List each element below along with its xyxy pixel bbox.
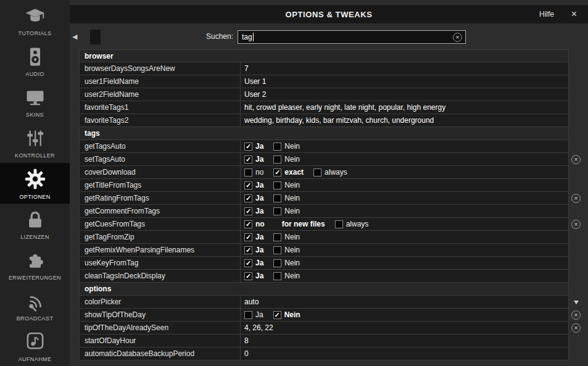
checkbox-ja[interactable]: ✓: [244, 272, 252, 280]
record-icon: [24, 331, 46, 353]
setting-value-getRemixWhenParsingFilenames: ✓JaNein: [241, 244, 569, 257]
checkbox-ja[interactable]: [244, 311, 252, 319]
row-gutter: [569, 335, 583, 347]
setting-value-colorPicker[interactable]: auto: [241, 296, 569, 309]
sidebar-item-tutorials[interactable]: TUTORIALS: [0, 0, 70, 41]
sidebar-item-erweiterungen[interactable]: ERWEITERUNGEN: [0, 244, 70, 285]
row-gutter: [569, 166, 583, 179]
sidebar-item-lizenzen[interactable]: LIZENZEN: [0, 204, 70, 244]
close-icon[interactable]: ×: [571, 9, 577, 19]
option-label: Nein: [284, 310, 300, 319]
checkbox-nein[interactable]: [273, 259, 281, 267]
checkbox-nein[interactable]: [273, 207, 281, 215]
setting-name: getCuesFromTags: [79, 218, 241, 231]
option-label: Nein: [284, 181, 300, 189]
checkbox-ja[interactable]: ✓: [244, 207, 252, 215]
setting-value-text: auto: [244, 297, 259, 306]
setting-value-coverDownload: no✓exactalways: [241, 166, 569, 179]
checkbox-ja[interactable]: ✓: [244, 194, 252, 202]
checkbox-nein[interactable]: [273, 272, 281, 280]
checkbox-nein[interactable]: [273, 246, 281, 254]
section-header-options: options: [79, 283, 569, 296]
setting-value-tipOfTheDayAlreadySeen[interactable]: 4, 26, 22: [241, 322, 569, 335]
checkbox-ja[interactable]: ✓: [244, 233, 252, 241]
search-input[interactable]: tag ×: [238, 30, 466, 44]
sidebar-item-optionen[interactable]: OPTIONEN: [0, 163, 70, 204]
setting-row-getRemixWhenParsingFilenames: getRemixWhenParsingFilenames✓JaNein: [79, 244, 583, 257]
option-label: Nein: [284, 194, 300, 202]
virtualdj-settings-window: TUTORIALSAUDIOSKINSKONTROLLEROPTIONENLIZ…: [0, 0, 588, 366]
setting-name: user1FieldName: [79, 75, 241, 88]
setting-row-getTagsAuto: getTagsAuto✓JaNein: [79, 140, 583, 153]
checkbox-ja[interactable]: ✓: [244, 181, 252, 189]
setting-row-coverDownload: coverDownloadno✓exactalways: [79, 166, 583, 179]
setting-value-favoriteTags1[interactable]: hit, crowd pleaser, early night, late ni…: [241, 101, 569, 114]
checkbox-ja[interactable]: ✓: [244, 156, 252, 164]
reset-icon[interactable]: ×: [571, 323, 581, 333]
sidebar-item-broadcast[interactable]: BROADCAST: [0, 285, 70, 326]
setting-row-browserDaysSongsAreNew: browserDaysSongsAreNew7: [79, 62, 583, 75]
setting-name: showTipOfTheDay: [79, 309, 241, 322]
option-label: Nein: [284, 246, 300, 254]
section-title: browser: [85, 52, 114, 60]
setting-value-getCuesFromTags: ✓nofor new filesalways: [241, 218, 569, 231]
checkbox-exact[interactable]: ✓: [273, 168, 281, 177]
setting-name: getRatingFromTags: [79, 192, 241, 205]
search-label: Suchen:: [193, 32, 233, 41]
checkbox-always[interactable]: [335, 220, 343, 228]
sidebar-item-skins[interactable]: SKINS: [0, 81, 70, 122]
checkbox-nein[interactable]: ✓: [273, 311, 281, 319]
checkbox-ja[interactable]: ✓: [244, 143, 252, 151]
clear-search-icon[interactable]: ×: [453, 33, 462, 42]
option-label: Ja: [255, 259, 263, 267]
checkbox-ja[interactable]: ✓: [244, 259, 252, 267]
sidebar-item-aufnahme[interactable]: AUFNAHME: [0, 326, 70, 366]
checkbox-nein[interactable]: [273, 156, 281, 164]
checkbox-ja[interactable]: ✓: [244, 246, 252, 254]
checkbox-nein[interactable]: [273, 181, 281, 189]
setting-value-automaticDatabaseBackupPeriod[interactable]: 0: [241, 347, 569, 360]
setting-name: automaticDatabaseBackupPeriod: [79, 347, 241, 360]
setting-name: getTagFromZip: [79, 231, 241, 244]
checkbox-nein[interactable]: [273, 143, 281, 151]
mixer-icon: [24, 127, 46, 149]
reset-icon[interactable]: ×: [571, 310, 581, 320]
setting-value-user1FieldName[interactable]: User 1: [241, 75, 569, 88]
section-header-browser: browser: [79, 49, 569, 62]
setting-value-favoriteTags2[interactable]: wedding, birthday, kids, bar mitzvah, ch…: [241, 114, 569, 127]
back-icon[interactable]: ◀: [72, 33, 77, 41]
help-button[interactable]: Hilfe: [539, 10, 554, 19]
setting-value-cleanTagsInDeckDisplay: ✓JaNein: [241, 270, 569, 283]
setting-value-useKeyFromTag: ✓JaNein: [241, 257, 569, 270]
reset-icon[interactable]: ×: [571, 220, 581, 229]
setting-name: browserDaysSongsAreNew: [79, 62, 241, 75]
row-gutter: [569, 114, 583, 127]
reset-icon[interactable]: ×: [571, 194, 581, 203]
sidebar-item-audio[interactable]: AUDIO: [0, 41, 70, 81]
setting-name: getTitleFromTags: [79, 179, 241, 192]
option-label: Nein: [284, 233, 300, 241]
checkbox-no[interactable]: ✓: [244, 220, 252, 228]
setting-name: coverDownload: [79, 166, 241, 179]
checkbox-nein[interactable]: [273, 233, 281, 241]
option-label: for new files: [282, 220, 325, 228]
setting-value-startOfDayHour[interactable]: 8: [241, 335, 569, 347]
setting-row-user1FieldName: user1FieldNameUser 1: [79, 75, 583, 88]
setting-row-useKeyFromTag: useKeyFromTag✓JaNein: [79, 257, 583, 270]
checkbox-nein[interactable]: [273, 194, 281, 202]
text-caret: [253, 33, 254, 41]
option-label: Ja: [255, 207, 263, 215]
checkbox-always[interactable]: [313, 168, 321, 177]
option-label: always: [346, 220, 369, 228]
setting-value-getRatingFromTags: ✓JaNein: [241, 192, 569, 205]
option-label: Ja: [255, 310, 263, 319]
chevron-down-icon[interactable]: [574, 301, 579, 304]
setting-value-browserDaysSongsAreNew[interactable]: 7: [241, 62, 569, 75]
setting-value-user2FieldName[interactable]: User 2: [241, 88, 569, 101]
sidebar-item-kontroller[interactable]: KONTROLLER: [0, 122, 70, 163]
reset-icon[interactable]: ×: [571, 155, 581, 164]
option-label: no: [255, 168, 263, 177]
setting-value-text: hit, crowd pleaser, early night, late ni…: [244, 103, 445, 112]
checkbox-no[interactable]: [244, 168, 252, 177]
panel-toggle-button[interactable]: [90, 30, 101, 44]
